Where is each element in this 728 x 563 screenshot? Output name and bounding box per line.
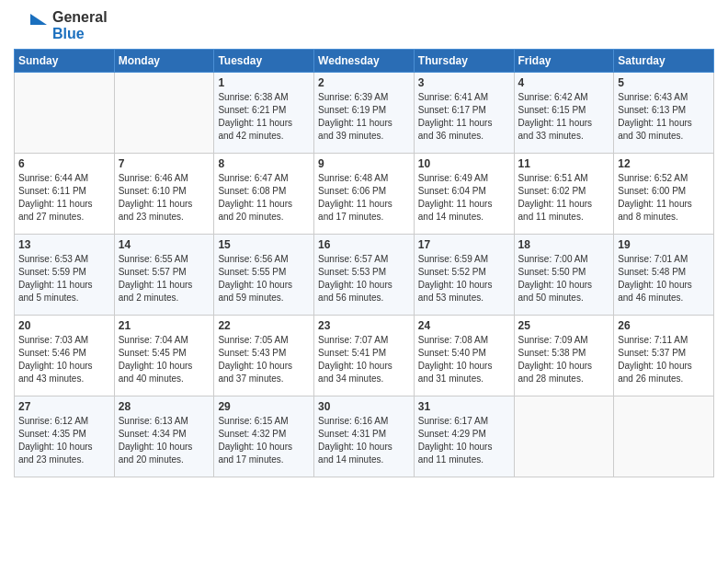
day-info: Sunrise: 7:00 AM Sunset: 5:50 PM Dayligh… <box>518 253 610 304</box>
day-number: 8 <box>218 157 310 170</box>
day-info: Sunrise: 6:57 AM Sunset: 5:53 PM Dayligh… <box>318 253 410 304</box>
day-cell: 27Sunrise: 6:12 AM Sunset: 4:35 PM Dayli… <box>15 396 115 477</box>
day-info: Sunrise: 6:56 AM Sunset: 5:55 PM Dayligh… <box>218 253 310 304</box>
day-info: Sunrise: 7:08 AM Sunset: 5:40 PM Dayligh… <box>418 334 510 385</box>
day-cell: 15Sunrise: 6:56 AM Sunset: 5:55 PM Dayli… <box>214 235 314 316</box>
day-cell: 14Sunrise: 6:55 AM Sunset: 5:57 PM Dayli… <box>114 235 214 316</box>
day-number: 10 <box>418 157 510 170</box>
day-info: Sunrise: 6:53 AM Sunset: 5:59 PM Dayligh… <box>18 253 110 304</box>
day-cell <box>15 73 115 154</box>
day-info: Sunrise: 7:01 AM Sunset: 5:48 PM Dayligh… <box>618 253 710 304</box>
day-cell: 1Sunrise: 6:38 AM Sunset: 6:21 PM Daylig… <box>214 73 314 154</box>
day-info: Sunrise: 6:49 AM Sunset: 6:04 PM Dayligh… <box>418 172 510 224</box>
day-number: 28 <box>119 400 210 413</box>
day-info: Sunrise: 6:41 AM Sunset: 6:17 PM Dayligh… <box>418 91 510 143</box>
day-cell: 30Sunrise: 6:16 AM Sunset: 4:31 PM Dayli… <box>314 396 415 477</box>
svg-marker-0 <box>30 14 47 25</box>
day-cell: 23Sunrise: 7:07 AM Sunset: 5:41 PM Dayli… <box>314 316 415 396</box>
day-cell: 22Sunrise: 7:05 AM Sunset: 5:43 PM Dayli… <box>214 316 314 396</box>
day-number: 14 <box>119 238 210 251</box>
calendar-table: SundayMondayTuesdayWednesdayThursdayFrid… <box>14 49 714 477</box>
weekday-header-tuesday: Tuesday <box>214 50 314 73</box>
weekday-header-row: SundayMondayTuesdayWednesdayThursdayFrid… <box>15 50 714 73</box>
weekday-header-sunday: Sunday <box>15 50 115 73</box>
day-number: 21 <box>119 319 210 332</box>
logo-general: General <box>52 9 108 26</box>
day-cell: 29Sunrise: 6:15 AM Sunset: 4:32 PM Dayli… <box>214 396 314 477</box>
day-cell: 12Sunrise: 6:52 AM Sunset: 6:00 PM Dayli… <box>614 154 714 235</box>
day-info: Sunrise: 7:05 AM Sunset: 5:43 PM Dayligh… <box>218 334 310 385</box>
day-cell: 2Sunrise: 6:39 AM Sunset: 6:19 PM Daylig… <box>314 73 415 154</box>
day-info: Sunrise: 6:46 AM Sunset: 6:10 PM Dayligh… <box>119 172 210 224</box>
day-number: 9 <box>318 157 410 170</box>
day-cell: 10Sunrise: 6:49 AM Sunset: 6:04 PM Dayli… <box>414 154 514 235</box>
day-number: 22 <box>218 319 310 332</box>
logo-text-block: GeneralBlue <box>52 9 108 41</box>
day-number: 5 <box>618 76 710 89</box>
day-cell: 21Sunrise: 7:04 AM Sunset: 5:45 PM Dayli… <box>114 316 214 396</box>
day-number: 29 <box>218 400 310 413</box>
day-number: 7 <box>119 157 210 170</box>
weekday-header-wednesday: Wednesday <box>314 50 415 73</box>
day-number: 30 <box>318 400 410 413</box>
weekday-header-monday: Monday <box>114 50 214 73</box>
day-info: Sunrise: 7:07 AM Sunset: 5:41 PM Dayligh… <box>318 334 410 385</box>
day-number: 26 <box>618 319 710 332</box>
week-row-5: 27Sunrise: 6:12 AM Sunset: 4:35 PM Dayli… <box>15 396 714 477</box>
day-cell: 28Sunrise: 6:13 AM Sunset: 4:34 PM Dayli… <box>114 396 214 477</box>
day-number: 6 <box>18 157 110 170</box>
day-number: 27 <box>18 400 110 413</box>
day-info: Sunrise: 7:03 AM Sunset: 5:46 PM Dayligh… <box>18 334 110 385</box>
day-cell: 16Sunrise: 6:57 AM Sunset: 5:53 PM Dayli… <box>314 235 415 316</box>
weekday-header-saturday: Saturday <box>614 50 714 73</box>
day-cell: 19Sunrise: 7:01 AM Sunset: 5:48 PM Dayli… <box>614 235 714 316</box>
day-number: 20 <box>18 319 110 332</box>
day-cell: 5Sunrise: 6:43 AM Sunset: 6:13 PM Daylig… <box>614 73 714 154</box>
day-info: Sunrise: 6:42 AM Sunset: 6:15 PM Dayligh… <box>518 91 610 143</box>
day-info: Sunrise: 7:11 AM Sunset: 5:37 PM Dayligh… <box>618 334 710 385</box>
day-cell: 18Sunrise: 7:00 AM Sunset: 5:50 PM Dayli… <box>514 235 614 316</box>
day-info: Sunrise: 6:12 AM Sunset: 4:35 PM Dayligh… <box>18 415 110 466</box>
logo-blue: Blue <box>52 26 108 42</box>
day-number: 11 <box>518 157 610 170</box>
day-cell: 17Sunrise: 6:59 AM Sunset: 5:52 PM Dayli… <box>414 235 514 316</box>
day-number: 4 <box>518 76 610 89</box>
day-cell: 7Sunrise: 6:46 AM Sunset: 6:10 PM Daylig… <box>114 154 214 235</box>
day-number: 31 <box>418 400 510 413</box>
logo: GeneralBlue <box>14 9 108 41</box>
day-cell: 6Sunrise: 6:44 AM Sunset: 6:11 PM Daylig… <box>15 154 115 235</box>
day-number: 13 <box>18 238 110 251</box>
day-cell: 31Sunrise: 6:17 AM Sunset: 4:29 PM Dayli… <box>414 396 514 477</box>
day-number: 1 <box>218 76 310 89</box>
day-cell: 13Sunrise: 6:53 AM Sunset: 5:59 PM Dayli… <box>15 235 115 316</box>
day-info: Sunrise: 6:39 AM Sunset: 6:19 PM Dayligh… <box>318 91 410 143</box>
day-info: Sunrise: 6:13 AM Sunset: 4:34 PM Dayligh… <box>119 415 210 466</box>
day-info: Sunrise: 6:51 AM Sunset: 6:02 PM Dayligh… <box>518 172 610 224</box>
day-number: 3 <box>418 76 510 89</box>
day-cell: 4Sunrise: 6:42 AM Sunset: 6:15 PM Daylig… <box>514 73 614 154</box>
day-number: 19 <box>618 238 710 251</box>
week-row-1: 1Sunrise: 6:38 AM Sunset: 6:21 PM Daylig… <box>15 73 714 154</box>
day-info: Sunrise: 6:44 AM Sunset: 6:11 PM Dayligh… <box>18 172 110 224</box>
day-cell <box>614 396 714 477</box>
week-row-4: 20Sunrise: 7:03 AM Sunset: 5:46 PM Dayli… <box>15 316 714 396</box>
weekday-header-thursday: Thursday <box>414 50 514 73</box>
day-cell: 25Sunrise: 7:09 AM Sunset: 5:38 PM Dayli… <box>514 316 614 396</box>
day-info: Sunrise: 6:43 AM Sunset: 6:13 PM Dayligh… <box>618 91 710 143</box>
day-number: 23 <box>318 319 410 332</box>
day-number: 24 <box>418 319 510 332</box>
day-cell: 3Sunrise: 6:41 AM Sunset: 6:17 PM Daylig… <box>414 73 514 154</box>
day-cell: 9Sunrise: 6:48 AM Sunset: 6:06 PM Daylig… <box>314 154 415 235</box>
day-number: 12 <box>618 157 710 170</box>
day-number: 2 <box>318 76 410 89</box>
day-info: Sunrise: 6:47 AM Sunset: 6:08 PM Dayligh… <box>218 172 310 224</box>
day-cell: 8Sunrise: 6:47 AM Sunset: 6:08 PM Daylig… <box>214 154 314 235</box>
day-number: 25 <box>518 319 610 332</box>
day-number: 18 <box>518 238 610 251</box>
day-cell: 24Sunrise: 7:08 AM Sunset: 5:40 PM Dayli… <box>414 316 514 396</box>
day-number: 15 <box>218 238 310 251</box>
week-row-2: 6Sunrise: 6:44 AM Sunset: 6:11 PM Daylig… <box>15 154 714 235</box>
day-info: Sunrise: 6:59 AM Sunset: 5:52 PM Dayligh… <box>418 253 510 304</box>
day-info: Sunrise: 7:09 AM Sunset: 5:38 PM Dayligh… <box>518 334 610 385</box>
day-cell: 26Sunrise: 7:11 AM Sunset: 5:37 PM Dayli… <box>614 316 714 396</box>
